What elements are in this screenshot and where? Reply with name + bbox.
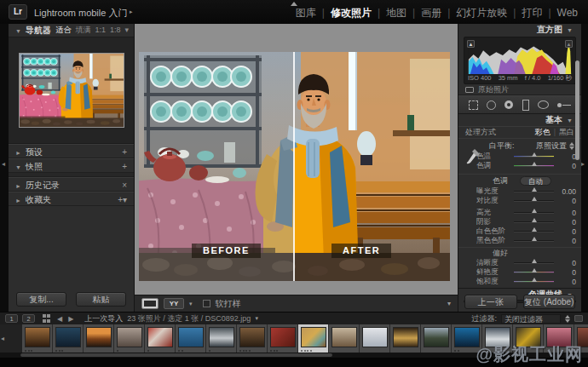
filmstrip-thumbnail[interactable] xyxy=(390,324,421,353)
slider-value[interactable]: 0 xyxy=(557,209,576,217)
slider-thumb[interactable] xyxy=(532,259,537,263)
histogram-header[interactable]: 直方图▼ xyxy=(458,24,581,36)
module-tab[interactable]: 画册 xyxy=(421,7,441,19)
slider-track[interactable] xyxy=(514,240,554,242)
second-window-button[interactable]: 2 xyxy=(22,314,35,323)
filter-switch-icon[interactable] xyxy=(574,315,583,322)
loupe-view-button[interactable] xyxy=(141,298,159,309)
section-action-icon[interactable]: + xyxy=(122,145,127,159)
filmstrip-thumbnail[interactable] xyxy=(298,324,329,353)
section-action-icon[interactable]: +▾ xyxy=(118,192,127,207)
navigator-zoom-option[interactable]: 1:1 xyxy=(95,26,106,34)
module-tab[interactable]: 地图 xyxy=(386,7,406,19)
paste-button[interactable]: 粘贴 xyxy=(76,292,126,307)
slider-value[interactable]: 0 xyxy=(557,268,576,277)
filmstrip-scrollbar-thumb[interactable] xyxy=(20,353,332,357)
slider-track[interactable] xyxy=(514,262,554,264)
filter-select[interactable]: 关闭过滤器 xyxy=(501,314,561,324)
auto-tone-button[interactable]: 自动 xyxy=(520,176,551,186)
slider-thumb[interactable] xyxy=(532,209,537,213)
main-window-button[interactable]: 1 xyxy=(5,314,18,323)
filmstrip-thumbnail[interactable] xyxy=(360,324,390,353)
slider-thumb[interactable] xyxy=(532,162,537,166)
histogram[interactable]: ▲ ▲ ISO 40035 mm f / 4.01/160 秒 xyxy=(464,37,576,84)
filmstrip-thumbnail[interactable] xyxy=(114,324,145,353)
before-after-view[interactable]: BEFORE AFTER xyxy=(139,52,450,281)
filmstrip-thumbnail[interactable] xyxy=(206,324,237,353)
section-action-icon[interactable]: + xyxy=(122,159,127,174)
filmstrip-thumbnail[interactable] xyxy=(176,324,206,353)
treatment-color-option[interactable]: 彩色 xyxy=(535,128,551,136)
slider-track[interactable] xyxy=(514,231,554,232)
left-panel-section[interactable]: ▼快照+ xyxy=(9,158,134,173)
module-tab[interactable]: 图库 xyxy=(296,7,316,19)
filmstrip-thumbnail[interactable] xyxy=(268,324,298,353)
slider-value[interactable]: 0 xyxy=(557,278,576,286)
slider-thumb[interactable] xyxy=(532,152,537,157)
identity-plate[interactable]: Lightroom mobile 入门 xyxy=(34,7,127,20)
treatment-bw-option[interactable]: 黑白 xyxy=(559,128,574,136)
navigator-header[interactable]: ▼导航器 适合填满1:11:8▾ xyxy=(9,24,134,37)
slider-value[interactable]: 0 xyxy=(557,218,576,227)
left-panel-section[interactable]: ►收藏夹+▾ xyxy=(9,192,134,206)
filmstrip-thumbnail[interactable] xyxy=(84,324,114,353)
slider-thumb[interactable] xyxy=(532,237,537,241)
before-after-divider[interactable] xyxy=(293,52,295,281)
slider-thumb[interactable] xyxy=(532,268,537,272)
before-after-view-button[interactable]: YY xyxy=(164,298,184,309)
slider-value[interactable]: 0 xyxy=(557,152,576,161)
previous-button[interactable]: 上一张 xyxy=(464,295,517,309)
slider-thumb[interactable] xyxy=(532,218,537,222)
slider-value[interactable]: 0.00 xyxy=(557,187,576,196)
filmstrip-thumbnail[interactable] xyxy=(22,324,53,353)
filmstrip-source[interactable]: 上一次导入 xyxy=(84,313,123,324)
filmstrip-thumbnail[interactable] xyxy=(421,324,452,353)
spot-removal-tool-icon[interactable] xyxy=(487,100,496,110)
filmstrip-thumbnail[interactable] xyxy=(53,324,84,353)
radial-filter-tool-icon[interactable] xyxy=(538,100,549,109)
graduated-filter-tool-icon[interactable] xyxy=(522,100,529,111)
highlight-clipping-icon[interactable]: ▲ xyxy=(565,40,573,48)
red-eye-tool-icon[interactable] xyxy=(504,100,513,109)
module-tab[interactable]: 打印 xyxy=(522,7,542,19)
forward-arrow-icon[interactable]: ▶ xyxy=(68,315,73,323)
filmstrip-thumbnail[interactable] xyxy=(145,324,176,353)
slider-track[interactable] xyxy=(514,191,554,192)
adjustment-brush-tool-icon[interactable] xyxy=(557,103,571,107)
white-balance-dropper-icon[interactable] xyxy=(465,144,481,164)
slider-value[interactable]: 0 xyxy=(557,237,576,245)
slider-track[interactable] xyxy=(514,212,554,214)
slider-track[interactable] xyxy=(514,272,554,273)
slider-thumb[interactable] xyxy=(532,227,537,232)
filmstrip-detail[interactable]: 23 张照片 / 选定 1 张 / DSC0892.jpg xyxy=(127,313,251,324)
crop-tool-icon[interactable] xyxy=(469,100,478,110)
navigator-zoom-option[interactable]: 1:8 xyxy=(110,26,121,34)
slider-track[interactable] xyxy=(514,200,554,202)
toolbar-options-icon[interactable]: ▾ xyxy=(447,300,451,307)
slider-track[interactable] xyxy=(514,165,554,167)
navigator-zoom-option[interactable]: 适合 xyxy=(55,26,71,34)
before-after-dropdown-icon[interactable]: ▾ xyxy=(189,301,193,307)
reset-button[interactable]: 复位 (Adobe) xyxy=(523,295,576,309)
module-tab[interactable]: 幻灯片放映 xyxy=(456,7,507,19)
shadow-clipping-icon[interactable]: ▲ xyxy=(467,40,475,48)
left-panel-section[interactable]: ►历史记录× xyxy=(9,177,134,192)
grid-view-icon[interactable] xyxy=(43,314,51,323)
slider-value[interactable]: 0 xyxy=(557,197,576,205)
slider-value[interactable]: 0 xyxy=(557,227,576,236)
basic-panel-header[interactable]: 基本▼ xyxy=(458,114,581,126)
slider-track[interactable] xyxy=(514,221,554,223)
slider-track[interactable] xyxy=(514,156,554,158)
slider-value[interactable]: 0 xyxy=(557,259,576,267)
navigator-preview[interactable] xyxy=(9,37,134,144)
left-panel-section[interactable]: ►预设+ xyxy=(9,144,134,158)
left-panel-collapse-strip[interactable]: ◂ xyxy=(0,24,9,312)
filmstrip-thumbnail[interactable] xyxy=(329,324,360,353)
soft-proof-checkbox[interactable] xyxy=(203,300,210,307)
source-dropdown-icon[interactable]: ▾ xyxy=(255,315,258,322)
copy-button[interactable]: 复制... xyxy=(16,292,66,307)
white-balance-select[interactable]: 原照设置 xyxy=(536,140,574,152)
module-tab[interactable]: 修改照片 xyxy=(331,7,372,19)
navigator-zoom-option[interactable]: 填满 xyxy=(75,26,90,34)
slider-thumb[interactable] xyxy=(532,187,537,192)
